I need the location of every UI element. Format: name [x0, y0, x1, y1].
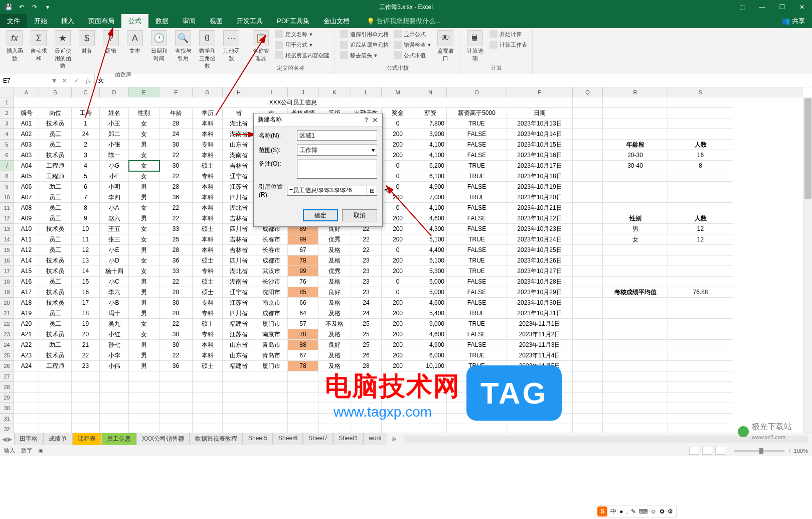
cell[interactable]: 78 [288, 361, 318, 371]
cell[interactable]: 硕士 [193, 319, 223, 329]
ime-item[interactable]: ✎ [631, 508, 636, 515]
cell[interactable] [159, 403, 193, 414]
cell[interactable]: 99 [288, 266, 318, 277]
cell[interactable]: 技术员 [39, 287, 72, 298]
row-header-31[interactable]: 31 [0, 414, 14, 424]
cell[interactable]: A10 [14, 224, 39, 234]
cell[interactable]: 学历 [193, 108, 223, 118]
cell[interactable] [573, 340, 603, 350]
cell[interactable]: 本科 [193, 234, 223, 245]
cell[interactable]: 23 [351, 266, 382, 277]
cell[interactable]: 女 [129, 319, 159, 329]
cell[interactable] [668, 340, 733, 350]
cell[interactable] [159, 393, 193, 403]
cell[interactable]: 小伟 [100, 361, 129, 371]
watch-window-button[interactable]: 👁监视窗口 [434, 29, 457, 63]
cell[interactable]: 0 [382, 287, 414, 298]
sheet-tab-XXX公司销售额[interactable]: XXX公司销售额 [136, 433, 190, 445]
cell[interactable]: 小E [100, 245, 129, 255]
cell[interactable]: 22 [351, 234, 382, 245]
cell[interactable]: 姓名 [100, 108, 129, 118]
cell[interactable]: 成都市 [255, 308, 288, 319]
formula-input[interactable]: 女 [95, 76, 812, 85]
cell[interactable]: 江苏省 [223, 298, 255, 308]
cell[interactable]: 南京市 [255, 329, 288, 340]
cell[interactable] [603, 245, 668, 255]
trace-precedents-button[interactable]: 追踪引用单元格 [338, 29, 391, 39]
cell[interactable]: 24 [351, 308, 382, 319]
cell[interactable]: FALSE [447, 140, 507, 150]
tab-nav-next-icon[interactable]: ▶ [8, 436, 12, 443]
cell[interactable]: 36 [159, 361, 193, 371]
cell[interactable]: 200 [382, 150, 414, 161]
cell[interactable] [668, 182, 733, 192]
cell[interactable]: 5,100 [414, 234, 447, 245]
cell[interactable] [223, 403, 255, 414]
cell[interactable]: 员工 [39, 319, 72, 329]
row-header-14[interactable]: 14 [0, 234, 14, 245]
cell[interactable]: 本科 [193, 182, 223, 192]
ribbon-options-icon[interactable]: ⬚ [732, 0, 752, 14]
cell[interactable]: 4,100 [414, 203, 447, 213]
cell[interactable] [668, 129, 733, 140]
cancel-button[interactable]: 取消 [342, 209, 377, 221]
cell[interactable]: 23 [351, 287, 382, 298]
cell[interactable]: 本科 [193, 118, 223, 129]
column-header-H[interactable]: H [223, 87, 255, 97]
sheet-tab-数据透视表教程[interactable]: 数据透视表教程 [190, 433, 243, 445]
cell[interactable]: 4 [72, 161, 100, 171]
cell[interactable]: 67 [288, 245, 318, 255]
column-header-B[interactable]: B [39, 87, 72, 97]
cell[interactable] [573, 182, 603, 192]
cell[interactable]: 技术员 [39, 329, 72, 340]
cell[interactable] [223, 371, 255, 382]
cell[interactable]: 2023年10月18日 [507, 171, 573, 182]
name-manager-button[interactable]: 📋名称管理器 [249, 29, 272, 63]
cell[interactable] [39, 393, 72, 403]
cell[interactable]: 33 [159, 224, 193, 234]
cell[interactable]: 省 [223, 108, 255, 118]
scope-select[interactable]: 工作簿 ▾ [297, 145, 377, 156]
cell[interactable]: TRUE [447, 255, 507, 266]
cell[interactable]: 技术员 [39, 224, 72, 234]
cell[interactable]: 200 [382, 213, 414, 224]
tab-developer[interactable]: 开发工具 [230, 14, 270, 28]
cell[interactable]: 员工 [39, 140, 72, 150]
cell[interactable]: 吉林省 [223, 234, 255, 245]
column-header-I[interactable]: I [255, 87, 288, 97]
cell[interactable]: 硕士 [193, 361, 223, 371]
cell[interactable]: TRUE [447, 234, 507, 245]
cell[interactable]: 9 [72, 213, 100, 224]
cell[interactable] [573, 424, 603, 433]
row-header-2[interactable]: 2 [0, 108, 14, 118]
cell[interactable] [573, 171, 603, 182]
tab-pdf-tools[interactable]: PDF工具集 [270, 14, 316, 28]
sheet-tab-课程表[interactable]: 课程表 [72, 433, 101, 445]
cell[interactable]: 78 [288, 255, 318, 266]
cell[interactable]: 67 [288, 350, 318, 361]
cell[interactable]: 22 [159, 203, 193, 213]
error-checking-button[interactable]: 错误检查 ▾ [392, 40, 433, 50]
cell[interactable]: 200 [382, 340, 414, 350]
cell[interactable]: A02 [14, 129, 39, 140]
cell[interactable]: 33 [159, 266, 193, 277]
row-header-8[interactable]: 8 [0, 171, 14, 182]
row-header-21[interactable]: 21 [0, 308, 14, 319]
tab-page-layout[interactable]: 页面布局 [81, 14, 121, 28]
cell[interactable]: 男 [129, 245, 159, 255]
cell[interactable] [39, 371, 72, 382]
ime-lang[interactable]: 中 [610, 507, 616, 516]
dialog-close-button[interactable]: ✕ [372, 116, 378, 124]
cell[interactable]: 男 [129, 182, 159, 192]
cell[interactable]: 16 [72, 287, 100, 298]
cell[interactable]: 男 [129, 361, 159, 371]
cell[interactable]: 优秀 [318, 234, 351, 245]
cell[interactable]: 专科 [193, 266, 223, 277]
cell[interactable] [668, 298, 733, 308]
cell[interactable] [223, 414, 255, 424]
cell[interactable]: 本科 [193, 245, 223, 255]
cell[interactable]: 女 [129, 150, 159, 161]
cell[interactable]: 吴九 [100, 319, 129, 329]
more-functions-button[interactable]: ⋯其他函数 [220, 29, 243, 63]
cell[interactable] [100, 371, 129, 382]
